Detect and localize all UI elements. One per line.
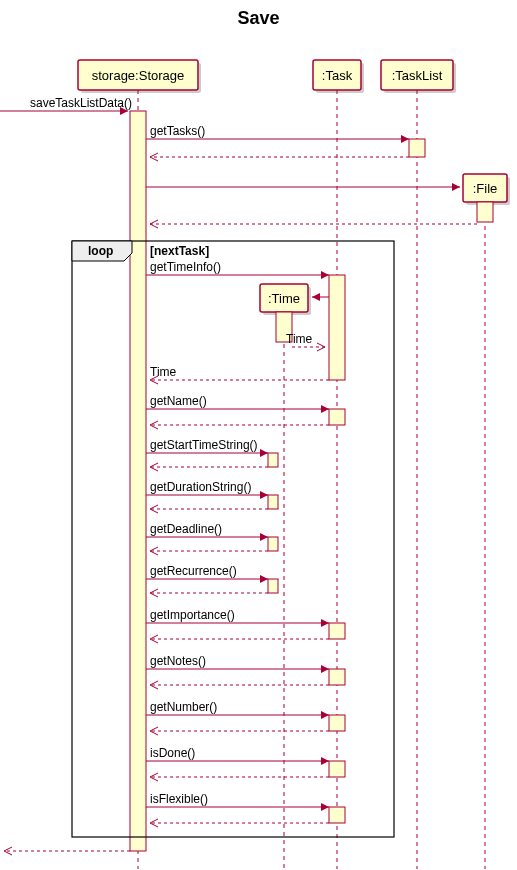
svg-rect-21 [329, 275, 345, 380]
participant-file-label: :File [473, 181, 498, 196]
svg-rect-63 [329, 807, 345, 823]
svg-marker-30 [321, 405, 329, 413]
msg-getTasks: getTasks() [150, 124, 205, 138]
participant-tasklist-label: :TaskList [392, 68, 443, 83]
msg-getTimeInfo: getTimeInfo() [150, 260, 221, 274]
svg-rect-31 [329, 409, 345, 425]
msg-return-time1: Time [286, 332, 313, 346]
svg-marker-36 [260, 491, 268, 499]
msg-isDone: isDone() [150, 746, 195, 760]
participant-time-label: :Time [268, 291, 300, 306]
svg-marker-62 [321, 803, 329, 811]
msg-isFlexible: isFlexible() [150, 792, 208, 806]
svg-marker-9 [401, 135, 409, 143]
svg-rect-47 [329, 623, 345, 639]
loop-keyword: loop [88, 244, 113, 258]
participant-storage-label: storage:Storage [92, 68, 185, 83]
svg-rect-43 [268, 579, 278, 593]
msg-return-time2: Time [150, 365, 177, 379]
svg-marker-42 [260, 575, 268, 583]
msg-getStartTimeString: getStartTimeString() [150, 438, 258, 452]
svg-rect-10 [409, 139, 425, 157]
msg-getImportance: getImportance() [150, 608, 235, 622]
svg-rect-34 [268, 453, 278, 467]
msg-getName: getName() [150, 394, 207, 408]
svg-marker-50 [321, 665, 329, 673]
loop-fragment [72, 241, 394, 837]
svg-marker-20 [321, 271, 329, 279]
sequence-diagram: storage:Storage :Task :TaskList saveTask… [0, 29, 517, 869]
svg-rect-59 [329, 761, 345, 777]
msg-getDeadline: getDeadline() [150, 522, 222, 536]
svg-rect-37 [268, 495, 278, 509]
activation-storage [130, 111, 146, 851]
diagram-title: Save [0, 8, 517, 29]
svg-marker-46 [321, 619, 329, 627]
msg-getNumber: getNumber() [150, 700, 217, 714]
svg-rect-55 [329, 715, 345, 731]
msg-getRecurrence: getRecurrence() [150, 564, 237, 578]
participant-task-label: :Task [322, 68, 353, 83]
svg-marker-58 [321, 757, 329, 765]
loop-condition: [nextTask] [150, 244, 209, 258]
svg-rect-40 [268, 537, 278, 551]
svg-marker-13 [452, 183, 460, 191]
svg-rect-16 [477, 202, 493, 222]
msg-getNotes: getNotes() [150, 654, 206, 668]
svg-marker-54 [321, 711, 329, 719]
svg-marker-33 [260, 449, 268, 457]
svg-marker-39 [260, 533, 268, 541]
svg-rect-51 [329, 669, 345, 685]
msg-getDurationString: getDurationString() [150, 480, 251, 494]
msg-saveTaskListData: saveTaskListData() [30, 96, 132, 110]
svg-marker-23 [312, 293, 320, 301]
